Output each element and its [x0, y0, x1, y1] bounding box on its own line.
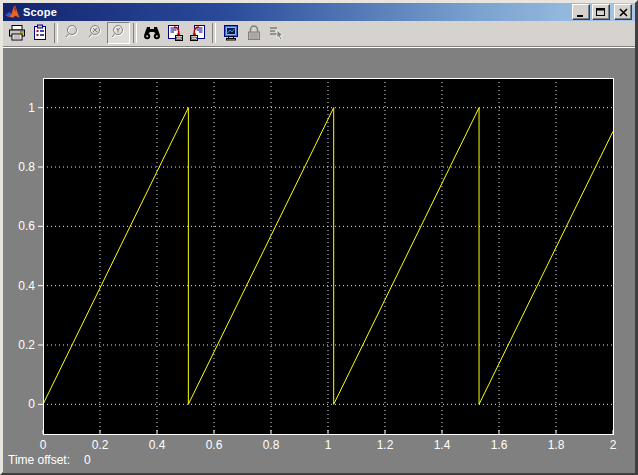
window-controls	[572, 4, 633, 20]
close-button[interactable]	[614, 4, 632, 20]
close-icon	[619, 8, 628, 17]
zoom-x-axis-button[interactable]	[84, 22, 107, 44]
svg-text:0.8: 0.8	[18, 160, 35, 174]
minimize-icon	[576, 8, 586, 17]
time-offset-value: 0	[84, 453, 91, 467]
svg-text:1.2: 1.2	[377, 438, 394, 452]
status-bar: Time offset:0	[8, 453, 91, 467]
restore-axes-settings-icon	[189, 24, 207, 42]
svg-text:0.8: 0.8	[263, 438, 280, 452]
restore-axes-settings-button[interactable]	[186, 22, 209, 44]
svg-text:1.6: 1.6	[491, 438, 508, 452]
svg-text:0.4: 0.4	[18, 279, 35, 293]
scope-window: Scope	[0, 0, 638, 475]
svg-text:1: 1	[28, 101, 35, 115]
minimize-button[interactable]	[572, 4, 590, 20]
svg-text:2: 2	[610, 438, 617, 452]
svg-text:1.4: 1.4	[434, 438, 451, 452]
time-offset-label: Time offset:	[8, 453, 70, 467]
toolbar-separator	[133, 23, 137, 43]
autoscale-binoculars-icon	[143, 24, 161, 42]
zoom-icon	[64, 24, 82, 42]
maximize-icon	[596, 8, 606, 17]
signal-selection-icon	[268, 24, 286, 42]
svg-text:0: 0	[40, 438, 47, 452]
signal-selection-button[interactable]	[265, 22, 288, 44]
toolbar-separator	[54, 23, 58, 43]
svg-text:1.8: 1.8	[548, 438, 565, 452]
plot[interactable]: 00.20.40.60.811.21.41.61.8200.20.40.60.8…	[3, 48, 635, 473]
lock-axes-icon	[245, 24, 263, 42]
lock-axes-button[interactable]	[242, 22, 265, 44]
save-axes-settings-button[interactable]	[163, 22, 186, 44]
print-button[interactable]	[5, 22, 28, 44]
zoom-y-axis-button[interactable]	[107, 22, 130, 44]
zoom-x-axis-icon	[87, 24, 105, 42]
print-icon	[8, 24, 26, 42]
window-title: Scope	[23, 6, 572, 18]
zoom-y-axis-icon	[110, 24, 128, 42]
titlebar[interactable]: Scope	[3, 3, 635, 21]
floating-scope-button[interactable]	[219, 22, 242, 44]
parameters-button[interactable]	[28, 22, 51, 44]
svg-text:0: 0	[28, 397, 35, 411]
svg-text:0.2: 0.2	[92, 438, 109, 452]
toolbar	[3, 21, 635, 47]
svg-text:1: 1	[325, 438, 332, 452]
maximize-button[interactable]	[592, 4, 610, 20]
floating-scope-icon	[222, 24, 240, 42]
zoom-button[interactable]	[61, 22, 84, 44]
scope-canvas: 00.20.40.60.811.21.41.61.8200.20.40.60.8…	[3, 47, 635, 473]
svg-text:0.6: 0.6	[18, 219, 35, 233]
toolbar-separator	[212, 23, 216, 43]
save-axes-settings-icon	[166, 24, 184, 42]
autoscale-button[interactable]	[140, 22, 163, 44]
parameters-icon	[31, 24, 49, 42]
svg-text:0.4: 0.4	[149, 438, 166, 452]
svg-text:0.6: 0.6	[206, 438, 223, 452]
svg-text:0.2: 0.2	[18, 338, 35, 352]
matlab-logo-icon	[5, 5, 20, 20]
